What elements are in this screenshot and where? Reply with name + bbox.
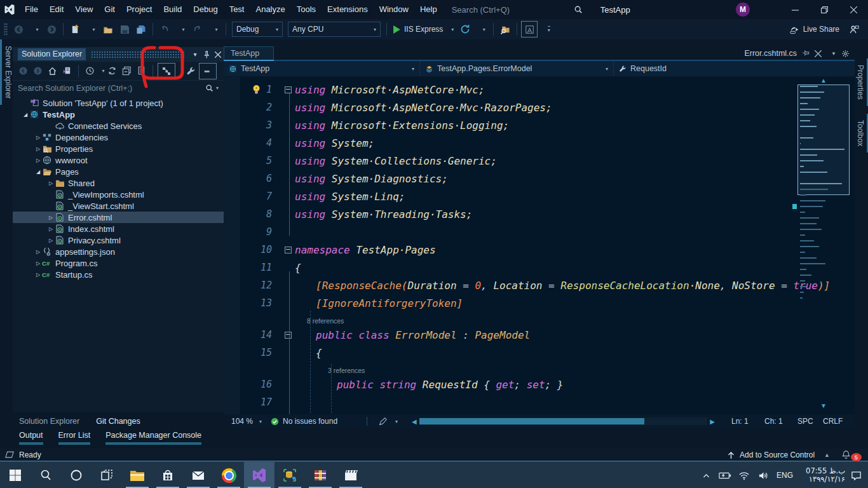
- account-avatar[interactable]: M: [736, 3, 750, 17]
- scrollbar-thumb[interactable]: [419, 418, 644, 424]
- find-in-files-button[interactable]: [498, 22, 513, 37]
- properties-pages-button[interactable]: [135, 64, 148, 78]
- dock-tab-output[interactable]: Output: [19, 431, 43, 445]
- fold-marker[interactable]: [281, 86, 295, 93]
- spaces-indicator[interactable]: SPC: [797, 417, 823, 426]
- scroll-down-arrow[interactable]: ▼: [820, 402, 827, 409]
- expand-arrow-icon[interactable]: ▷: [34, 249, 42, 255]
- taskbar-mail-icon[interactable]: [183, 462, 214, 488]
- menu-build[interactable]: Build: [158, 0, 187, 19]
- back-button[interactable]: [17, 64, 30, 78]
- switch-views-dropdown[interactable]: ▾: [177, 64, 183, 78]
- type-dropdown[interactable]: TestApp.Pages.ErrorModel▾: [420, 61, 614, 76]
- start-debug-button[interactable]: IIS Express▾: [391, 22, 456, 37]
- expand-arrow-icon[interactable]: ▷: [34, 146, 42, 152]
- scroll-left-arrow[interactable]: ◀: [412, 418, 417, 425]
- menu-tools[interactable]: Tools: [291, 0, 322, 19]
- new-project-button[interactable]: [67, 22, 83, 37]
- tree-item-connected-services[interactable]: Connected Services: [13, 120, 224, 132]
- fold-marker[interactable]: [281, 247, 295, 254]
- collapse-all-button[interactable]: [120, 64, 133, 78]
- taskbar-movies-icon[interactable]: [336, 462, 366, 488]
- redo-button[interactable]: [190, 22, 205, 37]
- redo-dropdown[interactable]: ▾: [207, 22, 222, 37]
- menu-help[interactable]: Help: [414, 0, 443, 19]
- hidden-icons-chevron[interactable]: [698, 463, 714, 488]
- taskbar-visual-studio-icon[interactable]: [244, 462, 275, 488]
- notification-badge[interactable]: 5: [851, 453, 862, 461]
- taskbar-ssms-icon[interactable]: [275, 462, 305, 488]
- refresh-icon[interactable]: [105, 64, 119, 78]
- notifications-bell-icon[interactable]: [841, 450, 851, 459]
- tree-item-pages[interactable]: ◢ Pages: [13, 166, 224, 177]
- editor-settings-gear-icon[interactable]: [841, 50, 850, 58]
- dock-tab-git-changes[interactable]: Git Changes: [96, 417, 140, 426]
- tree-item-viewstart-cshtml[interactable]: _ViewStart.cshtml: [13, 200, 224, 212]
- menu-test[interactable]: Test: [224, 0, 250, 19]
- source-control-dropdown[interactable]: ▲: [824, 452, 830, 458]
- window-position-dropdown[interactable]: ▾: [189, 51, 201, 58]
- language-indicator[interactable]: ENG: [774, 471, 796, 480]
- quick-search-box[interactable]: Search (Ctrl+Q): [452, 5, 573, 15]
- taskbar-chrome-icon[interactable]: [214, 462, 244, 488]
- side-tab-properties[interactable]: Properties: [854, 58, 868, 106]
- filter-dropdown[interactable]: ▾: [98, 64, 104, 78]
- menu-extensions[interactable]: Extensions: [322, 0, 374, 19]
- scroll-up-arrow[interactable]: ▲: [820, 77, 827, 84]
- forward-button[interactable]: [31, 64, 44, 78]
- tree-item-program-cs[interactable]: ▷ C# Program.cs: [13, 257, 224, 269]
- toolbar-overflow-button[interactable]: ▾: [539, 22, 554, 37]
- tree-item-shared[interactable]: ▷ Shared: [13, 177, 224, 189]
- restore-button[interactable]: [810, 0, 839, 19]
- tree-item-wwwroot[interactable]: ▷ wwwroot: [13, 154, 224, 166]
- expand-arrow-icon[interactable]: ▷: [47, 180, 55, 186]
- member-dropdown[interactable]: RequestId: [614, 61, 855, 76]
- search-icon[interactable]: [205, 84, 214, 92]
- tree-item-solution-testapp-1-of-1-project[interactable]: Solution 'TestApp' (1 of 1 project): [13, 97, 224, 109]
- line-indicator[interactable]: Ln: 1: [731, 417, 764, 426]
- tree-item-properties[interactable]: ▷ Properties: [13, 143, 224, 154]
- menu-analyze[interactable]: Analyze: [250, 0, 290, 19]
- tree-item-appsettings-json[interactable]: ▷ appsettings.json: [13, 246, 224, 257]
- menu-project[interactable]: Project: [121, 0, 158, 19]
- expand-arrow-icon[interactable]: ▷: [34, 261, 42, 266]
- refresh-button[interactable]: [458, 22, 473, 37]
- column-indicator[interactable]: Ch: 1: [764, 417, 797, 426]
- menu-debug[interactable]: Debug: [187, 0, 223, 19]
- tree-item-error-cshtml[interactable]: ▷ Error.cshtml: [13, 212, 224, 223]
- battery-icon[interactable]: [717, 463, 733, 488]
- dock-tab-error-list[interactable]: Error List: [58, 431, 91, 445]
- tab-testapp[interactable]: TestApp: [224, 46, 274, 60]
- dock-tab-solution-explorer[interactable]: Solution Explorer: [19, 417, 79, 426]
- issues-indicator[interactable]: No issues found: [271, 417, 337, 426]
- code-cleanup-button[interactable]: ▾: [379, 417, 398, 426]
- minimap-scrollbar[interactable]: ▲ ▼: [797, 85, 850, 405]
- expand-arrow-icon[interactable]: ▷: [47, 215, 55, 220]
- tree-item-privacy-cshtml[interactable]: ▷ Privacy.cshtml: [13, 234, 224, 246]
- tab-error-cshtml-cs[interactable]: Error.cshtml.cs ▼: [744, 49, 855, 60]
- refresh-dropdown[interactable]: ▾: [474, 22, 489, 37]
- side-tab-toolbox[interactable]: Toolbox: [854, 114, 868, 152]
- zoom-dropdown[interactable]: ▾: [259, 419, 262, 424]
- expand-arrow-icon[interactable]: ▷: [34, 272, 42, 278]
- navigate-forward-button[interactable]: [44, 22, 59, 37]
- menu-file[interactable]: File: [19, 0, 44, 19]
- new-project-dropdown[interactable]: ▾: [84, 22, 99, 37]
- tab-list-dropdown[interactable]: ▼: [831, 51, 836, 57]
- taskbar-winrar-icon[interactable]: [305, 462, 336, 488]
- taskbar-search-icon[interactable]: [31, 462, 61, 488]
- feedback-icon[interactable]: [850, 25, 859, 34]
- line-ending-indicator[interactable]: CRLF: [823, 417, 848, 426]
- expand-arrow-icon[interactable]: ◢: [22, 112, 29, 118]
- save-all-button[interactable]: [133, 22, 149, 37]
- expand-arrow-icon[interactable]: ▷: [34, 158, 42, 163]
- close-button[interactable]: [839, 0, 868, 19]
- solution-platform-dropdown[interactable]: Any CPU▾: [288, 22, 381, 37]
- navigate-back-dropdown[interactable]: ▾: [27, 22, 43, 37]
- open-folder-button[interactable]: [100, 22, 116, 37]
- speaker-icon[interactable]: [755, 463, 771, 488]
- solution-explorer-search[interactable]: Search Solution Explorer (Ctrl+;) ▾: [13, 81, 224, 95]
- wifi-icon[interactable]: [736, 463, 752, 488]
- fold-marker[interactable]: [281, 332, 295, 339]
- sync-with-active-document-button[interactable]: [60, 64, 74, 78]
